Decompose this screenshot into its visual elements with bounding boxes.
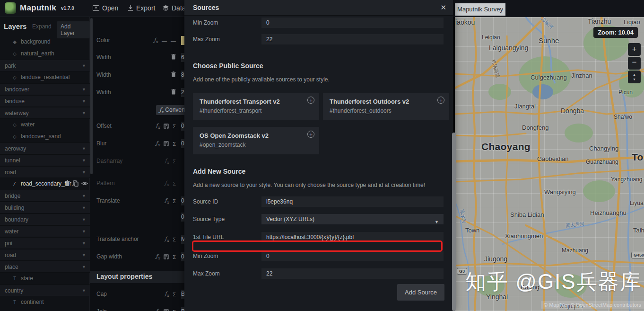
min-zoom-input[interactable]: 0 (261, 251, 444, 261)
layer-row-road-secondary-ter-[interactable]: ⁄road_secondary_ter… (0, 178, 90, 190)
property-value-field[interactable]: 0 (181, 252, 184, 261)
max-zoom-input[interactable]: 22 (261, 268, 444, 279)
source-type-select[interactable]: Vector (XYZ URLs)▼ (261, 214, 444, 224)
compass-button[interactable]: ▲▼ (628, 71, 641, 83)
menu-export[interactable]: Export (128, 4, 155, 12)
public-source-card[interactable]: Thunderforest Transport v2#thunderforest… (193, 93, 319, 120)
chevron-down-icon[interactable]: ▼ (82, 155, 86, 167)
chevron-down-icon[interactable]: ▼ (82, 107, 86, 119)
chevron-down-icon[interactable]: ▼ (82, 285, 86, 297)
function-icon[interactable]: ƒx (156, 308, 160, 311)
property-value-field[interactable]: 0 (181, 196, 184, 205)
menu-open[interactable]: Open (93, 4, 118, 12)
chevron-down-icon[interactable]: ▼ (82, 249, 86, 261)
public-source-card[interactable]: OS Open Zoomstack v2#open_zoomstack+ (193, 127, 319, 154)
layer-row-place[interactable]: place▼ (0, 261, 90, 273)
layer-row-tunnel[interactable]: tunnel▼ (0, 154, 90, 166)
close-icon[interactable]: ✕ (440, 3, 446, 12)
chevron-down-icon[interactable]: ▼ (82, 96, 86, 107)
chevron-down-icon[interactable]: ▼ (82, 214, 86, 226)
layer-row-landcover[interactable]: landcover▼ (0, 83, 90, 95)
property-value-field[interactable]: Bevel (181, 307, 184, 311)
function-icon[interactable]: ƒx (165, 158, 169, 165)
property-value-field[interactable]: 8 (181, 71, 184, 80)
function-icon[interactable]: ƒx (165, 197, 169, 204)
property-value-field[interactable]: 0 (181, 213, 184, 222)
property-value-field[interactable]: Butt (181, 290, 184, 299)
layer-row-bridge[interactable]: bridge▼ (0, 190, 90, 202)
layer-row-road[interactable]: road▼ (0, 249, 90, 261)
layer-row-park[interactable]: park▼ (0, 60, 90, 71)
function-icon[interactable]: ƒx (156, 123, 160, 130)
layer-row-building[interactable]: building▼ (0, 202, 90, 213)
maputnik-survey-button[interactable]: Maputnik Survey (455, 3, 505, 16)
add-circle-icon[interactable]: + (307, 131, 314, 138)
property-value-field[interactable]: 0 (181, 139, 184, 148)
add-source-button[interactable]: Add Source (397, 284, 444, 301)
chevron-down-icon[interactable]: ▼ (82, 226, 86, 238)
sigma-icon[interactable]: Σ (173, 141, 176, 147)
function-icon[interactable]: ƒx (165, 180, 169, 187)
function-icon[interactable]: ƒx (165, 291, 169, 298)
sigma-icon[interactable]: Σ (173, 254, 176, 260)
source-id-input[interactable]: i5epe36nq (261, 196, 444, 207)
layer-row-water[interactable]: ◇water (0, 119, 90, 131)
property-value-field[interactable]: 0 (181, 122, 184, 131)
modal-scrollbar[interactable] (452, 133, 456, 311)
sigma-icon[interactable]: Σ (173, 124, 176, 129)
sigma-icon[interactable]: Σ (173, 292, 176, 297)
layer-row-aeroway[interactable]: aeroway▼ (0, 142, 90, 154)
sigma-icon[interactable]: Σ (173, 181, 176, 187)
layer-row-landuse-residential[interactable]: ◇landuse_residential (0, 71, 90, 83)
sigma-icon[interactable]: Σ (173, 309, 176, 311)
property-value-field[interactable]: 2 (181, 88, 184, 97)
chevron-down-icon[interactable]: ▼ (82, 190, 86, 202)
chevron-down-icon[interactable]: ▼ (82, 202, 86, 214)
chevron-down-icon[interactable]: ▼ (82, 167, 86, 178)
duplicate-layer-icon[interactable] (73, 180, 78, 187)
function-icon[interactable]: ƒx (156, 253, 160, 260)
max-zoom-input[interactable]: 22 (261, 34, 444, 44)
layer-row-country[interactable]: country▼ (0, 284, 90, 296)
layer-row-waterway[interactable]: waterway▼ (0, 107, 90, 119)
trash-icon[interactable] (171, 89, 176, 95)
data-chart-icon[interactable] (164, 141, 169, 146)
zoom-out-button[interactable]: − (628, 57, 641, 70)
add-circle-icon[interactable]: + (437, 97, 444, 104)
expand-button[interactable]: Expand (32, 23, 52, 30)
chevron-down-icon[interactable]: ▼ (82, 60, 86, 72)
layer-row-boundary[interactable]: boundary▼ (0, 213, 90, 225)
visibility-eye-icon[interactable] (81, 180, 88, 187)
zoom-in-button[interactable]: + (628, 43, 641, 56)
data-chart-icon[interactable] (164, 309, 169, 311)
layer-row-landcover-sand[interactable]: ◇landcover_sand (0, 131, 90, 142)
chevron-down-icon[interactable]: ▼ (82, 238, 86, 249)
property-value-field[interactable]: Map (181, 235, 184, 244)
layer-row-state[interactable]: Tstate (0, 273, 90, 284)
data-chart-icon[interactable] (164, 254, 169, 259)
layer-row-road[interactable]: road▼ (0, 166, 90, 178)
layer-row-poi[interactable]: poi▼ (0, 237, 90, 249)
public-source-card[interactable]: Thunderforest Outdoors v2#thunderforest_… (323, 93, 449, 120)
trash-icon[interactable] (171, 71, 176, 77)
add-circle-icon[interactable]: + (307, 97, 314, 104)
trash-icon[interactable] (171, 54, 176, 60)
chevron-down-icon[interactable]: ▼ (82, 261, 86, 273)
layer-row-continent[interactable]: Tcontinent (0, 296, 90, 308)
delete-layer-icon[interactable] (65, 180, 70, 187)
data-chart-icon[interactable] (164, 124, 169, 129)
function-icon[interactable]: ƒx (156, 140, 160, 147)
function-icon[interactable]: ƒx (154, 37, 158, 44)
layer-row-natural-earth[interactable]: ◇natural_earth (0, 48, 90, 60)
sigma-icon[interactable]: Σ (173, 198, 176, 204)
min-zoom-input[interactable]: 0 (261, 18, 444, 28)
property-value-field[interactable]: 6 (181, 53, 184, 62)
chevron-down-icon[interactable]: ▼ (82, 84, 86, 96)
layer-row-landuse[interactable]: landuse▼ (0, 95, 90, 107)
map-canvas[interactable]: iaokouTianzhuLiqiaoLeiqiaoSunheLaiguangy… (455, 17, 644, 311)
chevron-down-icon[interactable]: ▼ (82, 143, 86, 155)
function-icon[interactable]: ƒx (165, 236, 169, 243)
sigma-icon[interactable]: Σ (173, 237, 176, 242)
sigma-icon[interactable]: Σ (173, 159, 176, 164)
layer-row-water[interactable]: water▼ (0, 225, 90, 237)
